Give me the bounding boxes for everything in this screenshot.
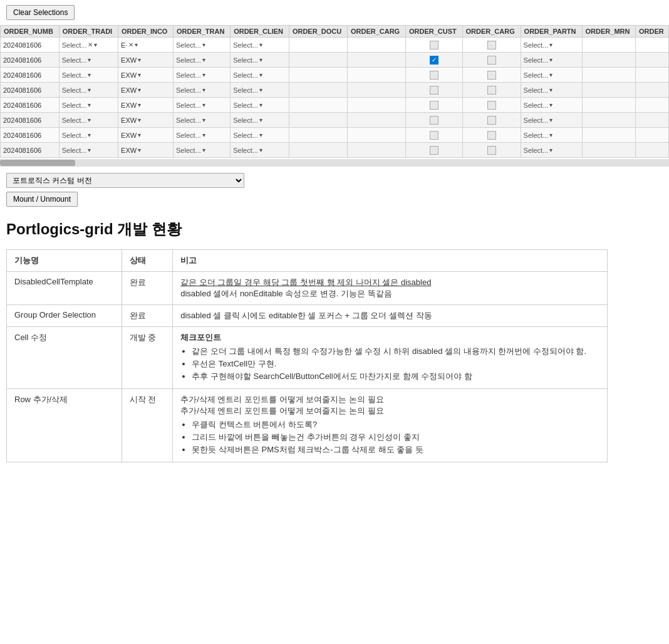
cell-order-partn[interactable]: Select...▾ <box>521 68 582 83</box>
cell-order-partn[interactable]: Select...▾ <box>521 128 582 143</box>
cell-order-tran[interactable]: Select...▾ <box>174 53 231 68</box>
chevron-down-icon[interactable]: ▾ <box>259 132 262 138</box>
cell-order-tradi[interactable]: Select...▾ <box>59 128 118 143</box>
cell-order-cust[interactable] <box>406 128 463 143</box>
chevron-down-icon[interactable]: ▾ <box>259 117 262 123</box>
mount-unmount-button[interactable]: Mount / Unmount <box>6 192 78 207</box>
cell-order-clien[interactable]: Select...▾ <box>231 53 289 68</box>
checkbox-unchecked[interactable] <box>430 41 438 49</box>
chevron-down-icon[interactable]: ▾ <box>202 147 205 153</box>
close-icon[interactable]: ✕ <box>128 41 133 48</box>
checkbox-unchecked[interactable] <box>487 116 496 125</box>
cell-order-tran[interactable]: Select...▾ <box>174 83 231 98</box>
chevron-down-icon[interactable]: ▾ <box>202 56 205 63</box>
chevron-down-icon[interactable]: ▾ <box>259 147 262 153</box>
chevron-down-icon[interactable]: ▾ <box>88 117 91 123</box>
cell-order-carg2[interactable] <box>462 128 521 143</box>
cell-order-partn[interactable]: Select...▾ <box>521 143 582 158</box>
chevron-down-icon[interactable]: ▾ <box>259 56 262 63</box>
cell-order-clien[interactable]: Select...▾ <box>231 68 289 83</box>
cell-order-clien[interactable]: Select...▾ <box>231 83 289 98</box>
chevron-down-icon[interactable]: ▾ <box>202 86 205 93</box>
cell-order-clien[interactable]: Select...▾ <box>231 143 289 158</box>
cell-order-tradi[interactable]: Select...▾ <box>59 143 118 158</box>
checkbox-unchecked[interactable] <box>430 101 438 110</box>
scrollbar-thumb[interactable] <box>0 160 75 166</box>
chevron-down-icon[interactable]: ▾ <box>549 56 552 63</box>
checkbox-unchecked[interactable] <box>430 146 438 155</box>
cell-order-cust[interactable] <box>406 113 463 128</box>
horizontal-scrollbar[interactable] <box>0 159 669 167</box>
checkbox-unchecked[interactable] <box>487 146 496 155</box>
cell-order-cust[interactable] <box>406 83 463 98</box>
chevron-down-icon[interactable]: ▾ <box>88 101 91 108</box>
chevron-down-icon[interactable]: ▾ <box>135 41 138 48</box>
cell-order-tradi[interactable]: Select...▾ <box>59 113 118 128</box>
cell-order-partn[interactable]: Select...▾ <box>521 83 582 98</box>
cell-order-clien[interactable]: Select...▾ <box>231 128 289 143</box>
chevron-down-icon[interactable]: ▾ <box>138 56 141 63</box>
cell-order-cust[interactable] <box>406 38 463 53</box>
checkbox-unchecked[interactable] <box>430 86 438 95</box>
chevron-down-icon[interactable]: ▾ <box>88 71 91 78</box>
chevron-down-icon[interactable]: ▾ <box>549 132 552 138</box>
chevron-down-icon[interactable]: ▾ <box>202 41 205 48</box>
chevron-down-icon[interactable]: ▾ <box>549 41 552 48</box>
checkbox-checked[interactable]: ✓ <box>430 56 438 65</box>
checkbox-unchecked[interactable] <box>487 86 496 95</box>
cell-order-tran[interactable]: Select...▾ <box>174 68 231 83</box>
checkbox-unchecked[interactable] <box>487 131 496 140</box>
chevron-down-icon[interactable]: ▾ <box>94 41 97 48</box>
cell-order-clien[interactable]: Select...▾ <box>231 98 289 113</box>
close-icon[interactable]: ✕ <box>88 41 93 48</box>
chevron-down-icon[interactable]: ▾ <box>88 86 91 93</box>
cell-order-cust[interactable] <box>406 143 463 158</box>
chevron-down-icon[interactable]: ▾ <box>549 147 552 153</box>
chevron-down-icon[interactable]: ▾ <box>88 56 91 63</box>
chevron-down-icon[interactable]: ▾ <box>259 86 262 93</box>
chevron-down-icon[interactable]: ▾ <box>549 86 552 93</box>
cell-order-partn[interactable]: Select...▾ <box>521 113 582 128</box>
cell-order-carg2[interactable] <box>462 53 521 68</box>
cell-order-cust[interactable]: ✓ <box>406 53 463 68</box>
chevron-down-icon[interactable]: ▾ <box>259 71 262 78</box>
cell-order-carg2[interactable] <box>462 113 521 128</box>
cell-order-tran[interactable]: Select...▾ <box>174 98 231 113</box>
cell-order-tradi[interactable]: Select...▾ <box>59 83 118 98</box>
checkbox-unchecked[interactable] <box>487 56 496 65</box>
chevron-down-icon[interactable]: ▾ <box>549 101 552 108</box>
chevron-down-icon[interactable]: ▾ <box>202 117 205 123</box>
chevron-down-icon[interactable]: ▾ <box>202 71 205 78</box>
cell-order-tradi[interactable]: Select...▾ <box>59 98 118 113</box>
chevron-down-icon[interactable]: ▾ <box>202 101 205 108</box>
chevron-down-icon[interactable]: ▾ <box>88 147 91 153</box>
chevron-down-icon[interactable]: ▾ <box>88 132 91 138</box>
cell-order-cust[interactable] <box>406 68 463 83</box>
cell-order-tran[interactable]: Select...▾ <box>174 38 231 53</box>
chevron-down-icon[interactable]: ▾ <box>202 132 205 138</box>
cell-order-cust[interactable] <box>406 98 463 113</box>
checkbox-unchecked[interactable] <box>430 116 438 125</box>
cell-order-tradi[interactable]: Select...▾ <box>59 68 118 83</box>
chevron-down-icon[interactable]: ▾ <box>138 132 141 138</box>
chevron-down-icon[interactable]: ▾ <box>259 41 262 48</box>
checkbox-unchecked[interactable] <box>487 101 496 110</box>
clear-selections-button[interactable]: Clear Selections <box>6 5 75 20</box>
chevron-down-icon[interactable]: ▾ <box>138 147 141 153</box>
cell-order-tradi[interactable]: Select...▾ <box>59 53 118 68</box>
cell-order-tran[interactable]: Select...▾ <box>174 128 231 143</box>
cell-order-partn[interactable]: Select...▾ <box>521 53 582 68</box>
chevron-down-icon[interactable]: ▾ <box>138 86 141 93</box>
cell-order-carg2[interactable] <box>462 68 521 83</box>
cell-order-partn[interactable]: Select...▾ <box>521 98 582 113</box>
cell-order-tran[interactable]: Select...▾ <box>174 113 231 128</box>
cell-order-carg2[interactable] <box>462 98 521 113</box>
checkbox-unchecked[interactable] <box>430 71 438 80</box>
cell-order-tran[interactable]: Select...▾ <box>174 143 231 158</box>
cell-order-tradi[interactable]: Select...✕▾ <box>59 38 118 53</box>
chevron-down-icon[interactable]: ▾ <box>549 117 552 123</box>
checkbox-unchecked[interactable] <box>430 131 438 140</box>
cell-order-partn[interactable]: Select...▾ <box>521 38 582 53</box>
chevron-down-icon[interactable]: ▾ <box>259 101 262 108</box>
cell-order-clien[interactable]: Select...▾ <box>231 38 289 53</box>
